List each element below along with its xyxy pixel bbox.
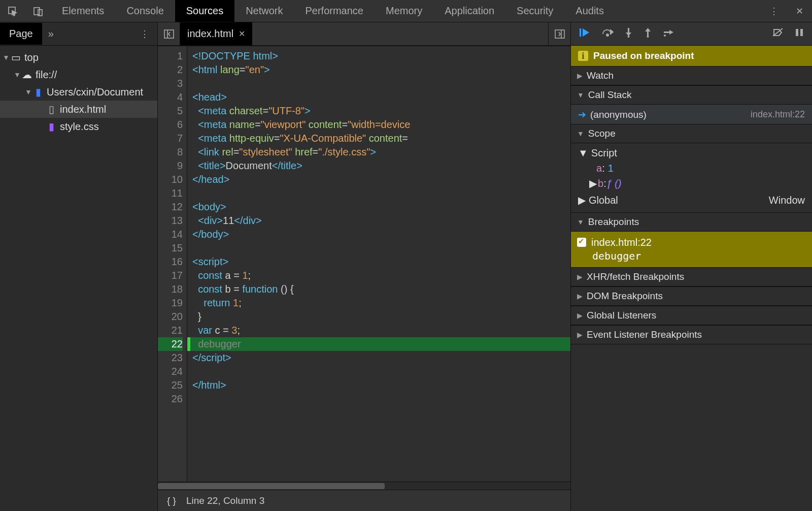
section-callstack[interactable]: ▼Call Stack xyxy=(571,85,812,105)
svg-point-19 xyxy=(664,35,666,37)
section-xhr[interactable]: ▶XHR/fetch Breakpoints xyxy=(571,267,812,286)
section-global-listeners[interactable]: ▶Global Listeners xyxy=(571,306,812,325)
tab-network[interactable]: Network xyxy=(234,0,294,22)
tab-sources[interactable]: Sources xyxy=(175,0,234,22)
close-devtools-icon[interactable]: ✕ xyxy=(787,0,812,22)
step-into-icon[interactable] xyxy=(625,27,633,40)
pretty-print-icon[interactable]: { } xyxy=(167,495,176,506)
device-toggle-icon[interactable] xyxy=(25,0,51,22)
inspect-icon[interactable] xyxy=(0,0,25,22)
tab-security[interactable]: Security xyxy=(505,0,564,22)
svg-marker-18 xyxy=(669,30,673,35)
svg-rect-22 xyxy=(800,29,803,36)
tree-file-index[interactable]: ▯index.html xyxy=(0,101,157,118)
editor-status-bar: { } Line 22, Column 3 xyxy=(158,490,570,511)
close-tab-icon[interactable]: ✕ xyxy=(239,29,245,39)
file-icon: ▯ xyxy=(46,103,57,115)
tree-origin[interactable]: ▼☁file:// xyxy=(0,66,157,83)
tab-memory[interactable]: Memory xyxy=(375,0,433,22)
devtools-tabs: ElementsConsoleSourcesNetworkPerformance… xyxy=(0,0,812,22)
section-event-listener[interactable]: ▶Event Listener Breakpoints xyxy=(571,325,812,344)
line-gutter[interactable]: 1234567891011121314151617181920212223242… xyxy=(158,46,187,482)
file-icon: ▮ xyxy=(46,120,57,133)
step-over-icon[interactable] xyxy=(601,28,614,40)
svg-point-10 xyxy=(606,34,608,36)
svg-marker-14 xyxy=(645,28,651,31)
breakpoint-entry[interactable]: index.html:22 debugger xyxy=(571,232,812,267)
paused-banner: i Paused on breakpoint xyxy=(571,46,812,66)
tab-application[interactable]: Application xyxy=(433,0,505,22)
editor-panel: index.html ✕ 123456789101112131415161718… xyxy=(157,22,571,511)
file-tree: ▼▭top ▼☁file:// ▼▮Users/cxin/Document ▯i… xyxy=(0,46,157,138)
step-out-icon[interactable] xyxy=(644,27,652,40)
section-dom[interactable]: ▶DOM Breakpoints xyxy=(571,286,812,306)
debugger-panel: i Paused on breakpoint ▶Watch ▼Call Stac… xyxy=(571,22,812,511)
svg-rect-15 xyxy=(647,31,649,36)
frame-icon: ▭ xyxy=(10,51,21,63)
svg-rect-11 xyxy=(628,28,629,33)
svg-rect-21 xyxy=(796,29,798,36)
scope-var-a[interactable]: a:1 xyxy=(571,161,812,176)
tree-top[interactable]: ▼▭top xyxy=(0,49,157,66)
breakpoint-code: debugger xyxy=(577,250,806,262)
more-tabs-icon[interactable]: » xyxy=(42,28,60,40)
navigator-more-icon[interactable]: ⋮ xyxy=(132,28,157,40)
tree-folder[interactable]: ▼▮Users/cxin/Document xyxy=(0,83,157,101)
navigator-panel: Page » ⋮ ▼▭top ▼☁file:// ▼▮Users/cxin/Do… xyxy=(0,22,157,511)
svg-point-13 xyxy=(628,36,630,38)
scope-var-b[interactable]: ▶b: ƒ () xyxy=(571,176,812,191)
svg-point-16 xyxy=(647,36,649,38)
svg-marker-9 xyxy=(611,30,613,34)
code-area[interactable]: <!DOCTYPE html><html lang="en"><head> <m… xyxy=(187,46,570,482)
step-icon[interactable] xyxy=(663,28,674,40)
section-scope[interactable]: ▼Scope xyxy=(571,124,812,143)
page-tab[interactable]: Page xyxy=(0,23,42,45)
svg-marker-8 xyxy=(583,28,589,37)
deactivate-breakpoints-icon[interactable] xyxy=(772,28,784,40)
scope-script[interactable]: ▼Script xyxy=(571,145,812,161)
tab-elements[interactable]: Elements xyxy=(51,0,115,22)
info-icon: i xyxy=(578,51,588,61)
toggle-navigator-icon[interactable] xyxy=(158,22,180,45)
file-tab-label: index.html xyxy=(187,28,233,40)
toggle-debugger-icon[interactable] xyxy=(548,22,570,45)
more-icon[interactable]: ⋮ xyxy=(761,0,787,22)
callstack-frame[interactable]: ➔(anonymous) index.html:22 xyxy=(571,105,812,124)
section-watch[interactable]: ▶Watch xyxy=(571,66,812,85)
tree-file-style[interactable]: ▮style.css xyxy=(0,118,157,135)
section-breakpoints[interactable]: ▼Breakpoints xyxy=(571,212,812,232)
svg-rect-7 xyxy=(580,28,581,37)
svg-marker-12 xyxy=(626,33,631,36)
tab-audits[interactable]: Audits xyxy=(564,0,615,22)
svg-rect-17 xyxy=(664,31,670,33)
h-scrollbar[interactable] xyxy=(158,482,570,490)
tab-performance[interactable]: Performance xyxy=(294,0,375,22)
folder-icon: ▮ xyxy=(32,86,44,98)
file-tab-index[interactable]: index.html ✕ xyxy=(180,22,252,45)
tab-console[interactable]: Console xyxy=(115,0,175,22)
breakpoint-checkbox[interactable] xyxy=(577,238,586,247)
scope-global[interactable]: ▶Global Window xyxy=(571,191,812,209)
pause-exceptions-icon[interactable] xyxy=(795,28,804,40)
cursor-position: Line 22, Column 3 xyxy=(186,495,264,506)
cloud-icon: ☁ xyxy=(21,69,32,81)
resume-icon[interactable] xyxy=(579,28,590,40)
svg-rect-1 xyxy=(34,8,40,15)
